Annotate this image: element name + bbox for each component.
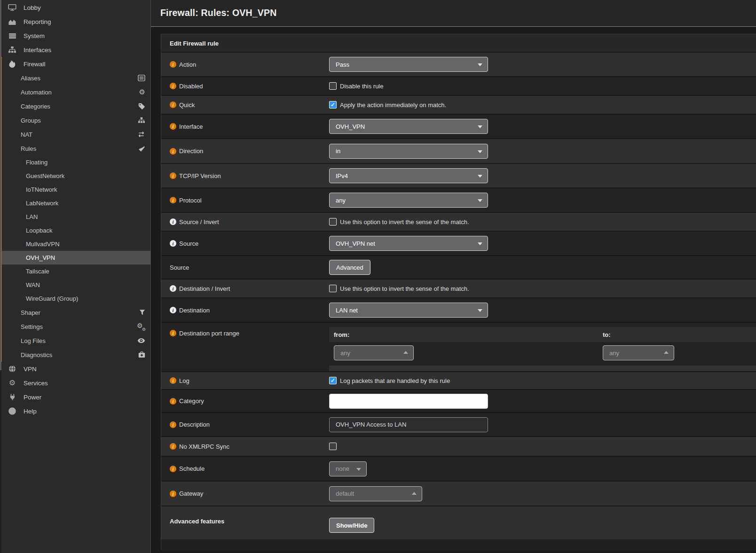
sidebar-item-log-files[interactable]: Log Files xyxy=(2,334,150,348)
gateway-select[interactable]: default xyxy=(329,486,422,501)
sidebar-item-services[interactable]: ⚙ Services xyxy=(0,376,150,390)
description-input[interactable] xyxy=(329,417,488,432)
sidebar-item-rules[interactable]: Rules xyxy=(2,141,150,156)
info-icon[interactable]: i xyxy=(170,172,176,179)
globe-icon xyxy=(8,365,17,373)
field-label: Destination port range xyxy=(179,330,239,337)
interface-select[interactable]: OVH_VPN xyxy=(329,119,488,134)
sidebar-item-lobby[interactable]: Lobby xyxy=(0,0,150,15)
field-label: Action xyxy=(179,61,196,68)
sidebar-item-reporting[interactable]: Reporting xyxy=(0,15,150,29)
sidebar-item-groups[interactable]: Groups xyxy=(2,113,150,127)
sidebar-item-firewall[interactable]: Firewall xyxy=(2,57,150,71)
content-area: Firewall: Rules: OVH_VPN Edit Firewall r… xyxy=(150,0,756,553)
sidebar-item-help[interactable]: Help xyxy=(0,404,150,418)
sidebar-item-vpn[interactable]: VPN xyxy=(0,362,150,376)
field-label: Destination / Invert xyxy=(179,285,230,292)
log-checkbox[interactable] xyxy=(329,377,337,384)
sidebar-item-automation[interactable]: Automation ⚙ xyxy=(2,85,150,99)
info-icon[interactable]: i xyxy=(170,491,176,497)
quick-checkbox[interactable] xyxy=(329,101,337,109)
info-icon[interactable]: i xyxy=(170,240,176,247)
info-icon[interactable]: i xyxy=(170,377,176,384)
field-label: Description xyxy=(179,421,210,428)
row-source-invert: i Source / Invert Use this option to inv… xyxy=(161,213,756,232)
source-invert-checkbox[interactable] xyxy=(329,218,337,226)
info-icon[interactable]: i xyxy=(170,61,176,68)
sidebar-item-lan[interactable]: LAN xyxy=(2,210,150,224)
sidebar-item-mullvadvpn[interactable]: MullvadVPN xyxy=(2,237,150,251)
info-icon[interactable]: i xyxy=(170,330,176,336)
sidebar-item-nat[interactable]: NAT xyxy=(2,127,150,141)
sidebar-scrollbar-thumb[interactable] xyxy=(0,0,1,370)
source-advanced-button[interactable]: Advanced xyxy=(329,260,370,275)
info-icon[interactable]: i xyxy=(170,101,176,108)
info-icon[interactable]: i xyxy=(170,398,176,405)
action-select[interactable]: Pass xyxy=(329,57,488,72)
sidebar-item-system[interactable]: System xyxy=(0,29,150,43)
eye-icon xyxy=(137,338,145,343)
chevron-down-icon xyxy=(478,309,482,312)
sidebar-item-tailscale[interactable]: Tailscale xyxy=(2,265,150,278)
sidebar-item-ovh-vpn-active[interactable]: OVH_VPN xyxy=(2,251,150,265)
direction-select[interactable]: in xyxy=(329,144,488,159)
destination-select[interactable]: LAN net xyxy=(329,303,488,318)
tag-icon xyxy=(138,103,145,110)
schedule-select[interactable]: none xyxy=(329,461,367,476)
disabled-checkbox[interactable] xyxy=(329,82,337,90)
sidebar-item-interfaces[interactable]: Interfaces xyxy=(0,43,150,57)
row-ip-version: i TCP/IP Version IPv4 xyxy=(161,164,756,188)
sidebar-item-wireguard-group[interactable]: WireGuard (Group) xyxy=(2,292,150,305)
show-hide-button[interactable]: Show/Hide xyxy=(329,518,374,533)
sidebar-item-loopback[interactable]: Loopback xyxy=(2,224,150,237)
plug-icon xyxy=(8,393,17,401)
protocol-select[interactable]: any xyxy=(329,193,488,208)
sidebar-item-label: Reporting xyxy=(24,18,51,25)
sidebar-item-aliases[interactable]: Aliases xyxy=(2,71,150,85)
sidebar-item-power[interactable]: Power xyxy=(0,390,150,404)
category-input[interactable] xyxy=(329,394,488,409)
no-xmlrpc-checkbox[interactable] xyxy=(329,443,337,450)
port-to-select[interactable]: any xyxy=(603,345,674,360)
horizontal-scrollbar[interactable] xyxy=(329,366,756,371)
port-from-select[interactable]: any xyxy=(334,345,414,360)
info-icon[interactable]: i xyxy=(170,307,176,313)
field-label: No XMLRPC Sync xyxy=(179,443,229,450)
sidebar-item-wan[interactable]: WAN xyxy=(2,278,150,292)
chevron-down-icon xyxy=(356,468,361,471)
ip-version-select[interactable]: IPv4 xyxy=(329,168,488,183)
info-icon[interactable]: i xyxy=(170,466,176,472)
info-icon[interactable]: i xyxy=(170,83,176,89)
sidebar-item-floating[interactable]: Floating xyxy=(2,156,150,169)
sidebar-item-labnetwork[interactable]: LabNetwork xyxy=(2,196,150,210)
info-icon[interactable]: i xyxy=(170,421,176,428)
field-label: Advanced features xyxy=(170,518,224,525)
sidebar-item-settings[interactable]: Settings ⚙⚙ xyxy=(2,319,150,334)
info-icon[interactable]: i xyxy=(170,443,176,450)
info-icon[interactable]: i xyxy=(170,197,176,203)
sidebar-item-iotnetwork[interactable]: IoTNetwork xyxy=(2,183,150,196)
sidebar-item-label: VPN xyxy=(24,366,37,373)
sidebar-item-label: System xyxy=(24,32,45,39)
medkit-icon xyxy=(138,351,145,358)
sidebar-item-diagnostics[interactable]: Diagnostics xyxy=(2,348,150,362)
chevron-down-icon xyxy=(478,63,482,66)
row-advanced-features: Advanced features Show/Hide xyxy=(161,506,756,539)
sidebar-item-guestnetwork[interactable]: GuestNetwork xyxy=(2,169,150,183)
info-icon[interactable]: i xyxy=(170,218,176,225)
field-label: Disabled xyxy=(179,83,203,90)
gear-icon: ⚙ xyxy=(8,379,17,387)
destination-invert-checkbox[interactable] xyxy=(329,285,337,292)
info-icon[interactable]: i xyxy=(170,285,176,292)
content-body: Edit Firewall rule i Action Pass i xyxy=(151,27,756,553)
field-label: Direction xyxy=(179,148,203,155)
sidebar-item-shaper[interactable]: Shaper xyxy=(2,305,150,319)
sidebar-scrollbar[interactable] xyxy=(0,0,1,553)
info-icon[interactable]: i xyxy=(170,148,176,155)
sidebar-item-categories[interactable]: Categories xyxy=(2,99,150,113)
row-direction: i Direction in xyxy=(161,139,756,164)
source-select[interactable]: OVH_VPN net xyxy=(329,236,488,251)
sidebar-item-label: Lobby xyxy=(24,4,41,11)
field-label: Protocol xyxy=(179,197,202,204)
info-icon[interactable]: i xyxy=(170,123,176,130)
